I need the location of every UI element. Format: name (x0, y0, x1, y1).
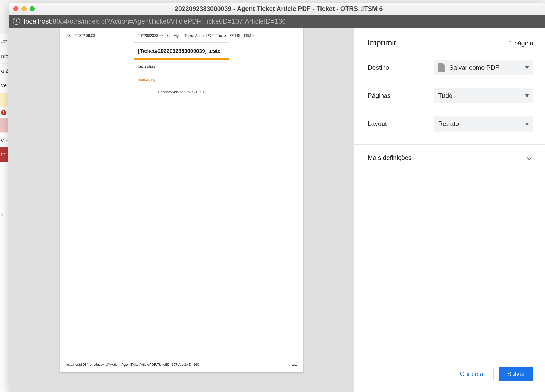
page-count: 1 página (509, 40, 533, 47)
pdf-file-icon (438, 63, 445, 72)
print-dialog-window: 2022092383000039 - Agent Ticket Article … (9, 3, 545, 392)
layout-select[interactable]: Retrato (434, 116, 533, 132)
destination-select[interactable]: Salvar como PDF (434, 60, 533, 75)
save-button[interactable]: Salvar (499, 367, 533, 381)
address-bar: i localhost:8084/otrs/index.pl?Action=Ag… (9, 15, 545, 28)
chevron-down-icon (525, 94, 529, 97)
more-settings-toggle[interactable]: Mais definições (368, 145, 533, 171)
preview-page: 28/09/2022 09:03 2022092383000039 - Agen… (60, 28, 303, 372)
titlebar: 2022092383000039 - Agent Ticket Article … (9, 3, 545, 15)
ticket-footer: Desenvolvido por Znuny LTS 6 (134, 86, 229, 98)
destination-label: Destino (368, 64, 434, 71)
ticket-attachment-link: marca.png (134, 73, 229, 86)
pages-select[interactable]: Tudo (434, 88, 533, 103)
destination-value: Salvar como PDF (449, 64, 521, 71)
ticket-body-text: teste check (134, 60, 229, 73)
chevron-down-icon (525, 123, 529, 125)
chevron-down-icon (527, 155, 532, 160)
info-icon[interactable]: i (13, 18, 20, 25)
print-settings-panel: Imprimir 1 página Destino Salvar como PD… (354, 28, 545, 392)
layout-label: Layout (368, 120, 434, 128)
url-text[interactable]: localhost:8084/otrs/index.pl?Action=Agen… (24, 18, 286, 25)
preview-footer-page: 1/1 (292, 363, 297, 367)
ticket-title: [Ticket#2022092383000039] teste (134, 43, 229, 58)
pages-label: Páginas (368, 92, 434, 99)
more-settings-label: Mais definições (368, 154, 411, 162)
preview-footer-url: localhost:8084/otrs/index.pl?Action=Agen… (66, 363, 199, 367)
pages-value: Tudo (438, 92, 521, 99)
ticket-box: [Ticket#2022092383000039] teste teste ch… (134, 42, 229, 98)
layout-value: Retrato (438, 120, 521, 128)
window-title: 2022092383000039 - Agent Ticket Article … (17, 5, 541, 12)
preview-header-title: 2022092383000039 - Agent Ticket Article … (95, 33, 297, 38)
panel-title: Imprimir (368, 38, 396, 47)
cancel-button[interactable]: Cancelar (452, 367, 494, 381)
chevron-down-icon (525, 66, 529, 69)
background-window-sliver: #2 nfo a 2 ve ! e – thi ‹ (0, 34, 8, 392)
print-preview-pane: 28/09/2022 09:03 2022092383000039 - Agen… (9, 28, 354, 392)
preview-timestamp: 28/09/2022 09:03 (66, 33, 95, 38)
